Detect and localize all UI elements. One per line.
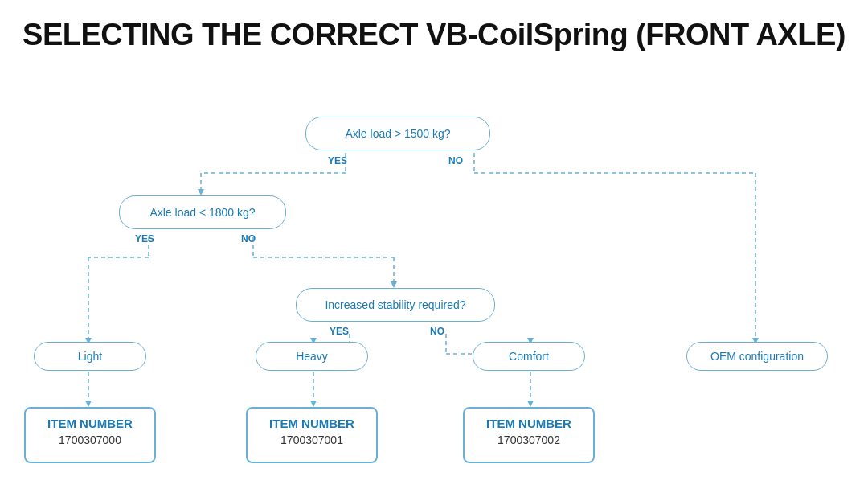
item-2-number: 1700307002	[476, 434, 582, 446]
item-box-2: ITEM NUMBER 1700307002	[463, 407, 595, 463]
stability-required-node: Increased stability required?	[296, 288, 495, 322]
diagram-area: Axle load > 1500 kg? YES NO Axle load < …	[0, 68, 868, 471]
svg-marker-25	[85, 401, 92, 407]
item-box-0: ITEM NUMBER 1700307000	[24, 407, 156, 463]
item-1-number: 1700307001	[259, 434, 365, 446]
axle-1800-no: NO	[241, 233, 256, 244]
axle-load-1500-node: Axle load > 1500 kg?	[305, 117, 490, 150]
svg-marker-27	[310, 401, 317, 407]
svg-marker-3	[198, 189, 204, 195]
item-0-label: ITEM NUMBER	[37, 417, 143, 430]
stability-no: NO	[430, 326, 444, 337]
axle-1500-no: NO	[448, 155, 463, 166]
oem-node: OEM configuration	[686, 342, 828, 371]
item-0-number: 1700307000	[37, 434, 143, 446]
svg-marker-15	[391, 281, 397, 288]
item-1-label: ITEM NUMBER	[259, 417, 365, 430]
light-node: Light	[34, 342, 146, 371]
stability-yes: YES	[330, 326, 349, 337]
svg-marker-29	[527, 401, 534, 407]
axle-1500-yes: YES	[328, 155, 347, 166]
item-2-label: ITEM NUMBER	[476, 417, 582, 430]
page-title: SELECTING THE CORRECT VB-CoilSpring (FRO…	[0, 0, 868, 60]
axle-load-1800-node: Axle load < 1800 kg?	[119, 195, 286, 229]
item-box-1: ITEM NUMBER 1700307001	[246, 407, 378, 463]
axle-1800-yes: YES	[135, 233, 154, 244]
comfort-node: Comfort	[473, 342, 585, 371]
heavy-node: Heavy	[256, 342, 368, 371]
